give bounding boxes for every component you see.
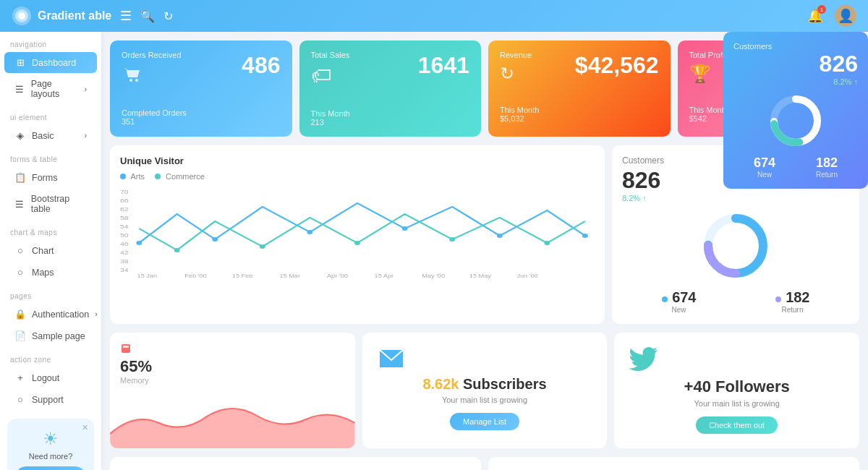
activity-more-btn[interactable]: ···: [461, 467, 471, 470]
svg-text:15 Apr: 15 Apr: [375, 273, 394, 279]
action-section-label: action zone: [0, 347, 101, 367]
followers-value: +40 Followers: [629, 377, 845, 396]
svg-text:70: 70: [120, 189, 129, 195]
overlay-donut-svg: [767, 92, 825, 150]
svg-text:58: 58: [120, 215, 129, 221]
sidebar-item-chart[interactable]: ○ Chart: [4, 240, 97, 261]
sidebar-item-maps[interactable]: ○ Maps: [4, 262, 97, 283]
campaign-monitor-card: Campaign monitor ··· ⊞ Entertainment 📄 C…: [488, 457, 859, 470]
overlay-customers-card: Customers 826 8.2% ↑ 674 New 182 Return: [723, 32, 868, 189]
manage-list-button[interactable]: Manage List: [450, 413, 519, 430]
memory-icon: [120, 343, 132, 354]
svg-text:42: 42: [120, 249, 129, 256]
svg-rect-39: [123, 346, 129, 348]
svg-point-4: [135, 79, 138, 82]
hamburger-icon[interactable]: ☰: [120, 8, 132, 24]
customers-stats: 674 New 182 Return: [622, 289, 849, 314]
logout-icon: +: [14, 372, 26, 383]
svg-text:15 Jan: 15 Jan: [137, 273, 158, 279]
upgrade-icon: ☀: [14, 429, 87, 449]
sidebar-item-authentication[interactable]: 🔒 Authentication ›: [4, 304, 97, 325]
auth-label: Authentication: [32, 309, 89, 320]
avatar[interactable]: 👤: [835, 5, 856, 27]
followers-desc: Your main list is growing: [629, 399, 845, 408]
row3: 65% Memory 8.62k: [110, 333, 859, 448]
refresh-icon[interactable]: ↻: [163, 9, 173, 23]
subscribers-value: 8.62k Subscribers: [377, 376, 593, 393]
sidebar-item-dashboard[interactable]: ⊞ Dashboard: [4, 52, 97, 73]
sidebar: navigation ⊞ Dashboard ☰ Page layouts › …: [0, 32, 101, 470]
overlay-stats: 674 New 182 Return: [733, 155, 858, 179]
svg-text:Feb '00: Feb '00: [184, 273, 207, 279]
stat-card-revenue: Revenue ↻ $42,562 This Month $5,032: [488, 40, 671, 137]
sales-sub-value: 213: [311, 118, 470, 127]
upgrade-close-btn[interactable]: ✕: [82, 423, 88, 432]
unique-visitor-card: Unique Visitor Arts Commerce 70: [110, 145, 605, 324]
overlay-customers-label: Customers: [733, 42, 858, 51]
header-left: Gradient able ☰ 🔍 ↻: [12, 6, 173, 26]
customers-new: 674 New: [662, 289, 697, 314]
sidebar-item-support[interactable]: ○ Support: [4, 389, 97, 410]
activity-feed-card: Activity Feed ··· E File Eddie uploaded …: [110, 457, 481, 470]
sidebar-item-logout[interactable]: + Logout: [4, 367, 97, 388]
row4: Activity Feed ··· E File Eddie uploaded …: [110, 457, 859, 470]
twitter-icon: [629, 347, 845, 372]
svg-text:54: 54: [120, 223, 129, 230]
check-them-out-button[interactable]: Check them out: [696, 416, 778, 434]
donut-chart: [699, 210, 772, 282]
upgrade-button[interactable]: Gradient PRO: [14, 466, 87, 470]
svg-text:Jun '00: Jun '00: [516, 273, 538, 279]
commerce-dot: [155, 174, 161, 179]
search-icon[interactable]: 🔍: [140, 9, 155, 23]
svg-text:34: 34: [120, 267, 129, 273]
sales-sub-label: This Month: [311, 109, 470, 118]
overlay-customers-value: 826: [733, 51, 858, 77]
memory-percent: 65%: [120, 357, 345, 376]
logo[interactable]: Gradient able: [12, 6, 111, 26]
svg-point-19: [497, 234, 503, 238]
svg-point-16: [212, 237, 218, 242]
legend-commerce: Commerce: [155, 172, 205, 181]
svg-point-24: [449, 237, 455, 242]
overlay-donut-container: [733, 92, 858, 150]
customers-value: 826: [622, 167, 660, 194]
memory-card: 65% Memory: [110, 333, 355, 448]
sidebar-item-forms[interactable]: 📋 Forms: [4, 167, 97, 188]
forms-label: Forms: [32, 173, 57, 183]
pages-section-label: pages: [0, 283, 101, 303]
customers-growth: 8.2% ↑: [622, 194, 660, 202]
twitter-svg: [629, 347, 658, 372]
svg-point-25: [544, 241, 550, 245]
sidebar-item-bootstrap-table[interactable]: ☰ Bootstrap table: [4, 189, 97, 219]
svg-point-23: [354, 241, 360, 245]
sidebar-item-sample-page[interactable]: 📄 Sample page: [4, 325, 97, 346]
logo-icon: [12, 6, 32, 26]
campaign-more-btn[interactable]: ···: [840, 467, 849, 470]
orders-sub-value: 351: [122, 117, 281, 126]
sidebar-item-basic[interactable]: ◈ Basic ›: [4, 125, 97, 146]
nav-section-label: navigation: [0, 32, 101, 51]
email-icon: [377, 347, 593, 370]
overlay-return: 182 Return: [816, 155, 838, 179]
revenue-sub-value: $5,032: [500, 114, 659, 123]
stat-card-orders: Orders Received 486 Completed Orders 351: [110, 40, 292, 137]
new-label: New: [662, 306, 697, 314]
svg-text:46: 46: [120, 241, 129, 247]
notification-icon[interactable]: 🔔 1: [807, 8, 823, 24]
basic-label: Basic: [32, 131, 54, 141]
svg-point-22: [260, 244, 265, 249]
sales-value: 1641: [418, 52, 469, 79]
followers-card: +40 Followers Your main list is growing …: [614, 333, 859, 448]
subscribers-desc: Your main list is growing: [377, 396, 593, 404]
sidebar-item-page-layouts[interactable]: ☰ Page layouts ›: [4, 74, 97, 104]
orders-value: 486: [242, 52, 280, 79]
page-layouts-label: Page layouts: [31, 79, 79, 99]
sample-label: Sample page: [32, 331, 85, 341]
revenue-sub-label: This Month: [500, 106, 659, 114]
new-value: 674: [672, 289, 696, 305]
support-icon: ○: [14, 394, 26, 405]
return-label: Return: [775, 306, 810, 314]
forms-section-label: forms & table: [0, 147, 101, 166]
customers-return: 182 Return: [775, 289, 810, 314]
return-value: 182: [786, 289, 809, 305]
